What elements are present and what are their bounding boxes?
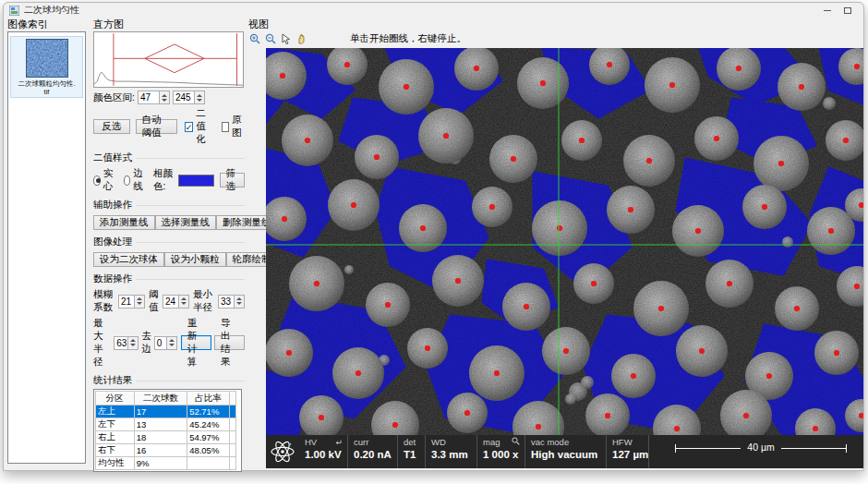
col-sphere-count: 二次球数 [134,392,187,405]
maximize-button[interactable] [838,5,858,16]
image-thumbnail[interactable] [26,39,68,78]
image-index-list[interactable]: 二次球颗粒均匀性.tif [7,31,86,464]
fill-color-label: 相颜色: [153,167,175,193]
app-icon [9,6,19,16]
view-hint-text: 单击开始圈线，右键停止。 [350,32,466,45]
binarize-checkbox-box: ✓ [185,122,194,132]
set-small-particle-button[interactable]: 设为小颗粒 [164,252,226,267]
blur-coef-label: 模糊系数 [93,288,115,314]
table-row[interactable]: 左上1752.71% [96,405,236,418]
original-checkbox-box [222,122,229,132]
histogram-title: 直方图 [93,19,245,30]
trim-edge-spinner[interactable]: 0 [154,336,177,350]
image-list-item[interactable]: 二次球颗粒均匀性.tif [10,36,83,98]
cursor-icon[interactable] [280,33,293,45]
table-row[interactable]: 均匀性9% [96,457,236,470]
zoom-in-icon[interactable] [248,33,261,45]
data-ops-title: 数据操作 [93,272,245,285]
original-checkbox[interactable]: 原图 [222,114,245,139]
invert-button[interactable]: 反选 [93,119,130,134]
blur-coef-spinner[interactable]: 21 [118,295,145,309]
outline-radio-circle [124,175,131,186]
max-radius-spinner[interactable]: 63 [114,336,139,350]
pick-color-button[interactable]: 筛选 [220,173,245,188]
titlebar: 二次球均匀性 [4,3,863,18]
solid-radio-circle [93,175,101,186]
fill-color-swatch[interactable] [178,175,213,187]
col-percentage: 占比率 [187,392,230,405]
image-index-title: 图像索引 [7,19,89,30]
results-title: 统计结果 [93,374,245,387]
databar-cell-hv: HV↵1.00 kV [299,435,347,468]
databar-cell-det: detT1 [397,435,425,468]
threshold-spinner[interactable]: 24 [163,295,189,309]
image-proc-title: 图像处理 [93,236,245,248]
set-secondary-sphere-button[interactable]: 设为二次球体 [93,252,164,267]
select-measure-line-button[interactable]: 选择测量线 [155,215,217,230]
aux-ops-title: 辅助操作 [93,199,245,212]
window-title: 二次球均匀性 [24,4,79,17]
col-partition: 分区 [96,392,135,405]
pan-hand-icon[interactable] [295,33,308,45]
image-grain [266,48,863,435]
histogram-plot[interactable] [93,31,244,88]
auto-threshold-button[interactable]: 自动阈值 [136,119,177,134]
app-window: 二次球均匀性 图像索引 [3,2,864,471]
sem-image[interactable]: HV↵1.00 kVcurr0.20 nAdetT1WD3.3 mmmag1 0… [266,48,863,468]
zoom-out-icon[interactable] [264,33,277,45]
results-header-row: 分区 二次球数 占比率 [96,392,236,405]
binarize-checkbox[interactable]: ✓ 二值化 [185,107,214,146]
table-row[interactable]: 右上1854.97% [96,431,236,444]
databar-cell-mag: mag1 000 x [476,435,524,468]
image-filename: 二次球颗粒均匀性.tif [11,79,82,96]
binary-style-title: 二值样式 [93,151,245,164]
table-row[interactable]: 左下1345.24% [96,418,236,431]
color-range-label: 颜色区间: [93,91,135,104]
min-radius-spinner[interactable]: 33 [218,295,245,309]
max-radius-label: 最大半径 [93,317,111,369]
min-radius-label: 最小半径 [193,288,215,314]
scale-bar-label: 40 µm [741,442,780,453]
table-row[interactable]: 右下1648.05% [96,444,236,457]
view-toolbar: 单击开始圈线，右键停止。 [248,31,860,46]
add-measure-line-button[interactable]: 添加测量线 [93,215,155,230]
solid-radio[interactable]: 实心 [93,167,116,193]
threshold-label: 阈值 [149,288,160,314]
color-max-spinner[interactable]: 245 [173,91,205,104]
databar-cell-hfw: HFW127 µm [606,435,648,468]
databar-cell-wd: WD3.3 mm [425,435,476,468]
trim-edge-label: 去边 [141,330,151,356]
databar-cell-curr: curr0.20 nA [347,435,397,468]
col-filler [230,392,236,405]
outline-radio[interactable]: 边线 [124,167,147,193]
export-results-button[interactable]: 导出结果 [214,335,245,350]
minimize-button[interactable] [817,5,838,16]
results-table[interactable]: 分区 二次球数 占比率 左上1752.71%左下1345.24%右上1854.9… [93,389,242,472]
scale-bar: 40 µm [648,435,863,468]
view-title: 视图 [248,19,860,30]
color-min-spinner[interactable]: 47 [138,91,170,104]
microscope-logo-icon [266,435,299,468]
recalculate-button[interactable]: 重新计算 [181,335,211,350]
databar-cell-vac-mode: vac modeHigh vacuum [524,435,606,468]
sem-databar: HV↵1.00 kVcurr0.20 nAdetT1WD3.3 mmmag1 0… [266,435,863,468]
